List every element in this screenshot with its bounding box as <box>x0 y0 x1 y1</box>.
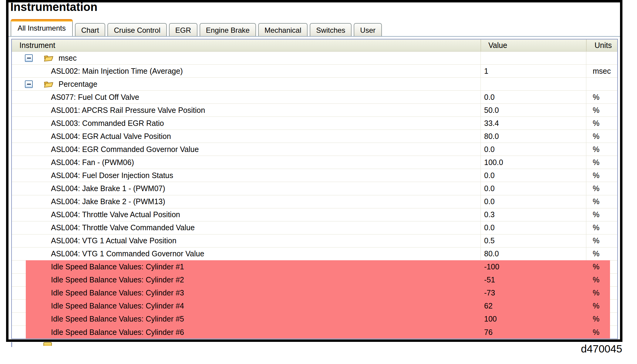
instrumentation-panel: Instrumentation All InstrumentsChartCrui… <box>6 0 622 342</box>
instrument-value: -51 <box>484 275 495 284</box>
column-header-instrument[interactable]: Instrument <box>12 39 480 51</box>
cutoff-folder-icon <box>43 342 52 346</box>
units-cell: % <box>586 143 617 156</box>
instrument-cell: Idle Speed Balance Values: Cylinder #5 <box>12 313 480 325</box>
tab-cruise-control[interactable]: Cruise Control <box>107 23 167 37</box>
instrument-row[interactable]: ASL004: Fuel Doser Injection Status0.0% <box>12 169 617 182</box>
table-header: InstrumentValueUnits <box>12 39 617 52</box>
column-header-units[interactable]: Units <box>586 39 617 51</box>
instrument-label: ASL004: Fan - (PWM06) <box>51 158 134 167</box>
units-cell: % <box>586 208 617 221</box>
table-body: msecASL002: Main Injection Time (Average… <box>12 52 617 339</box>
instrument-label: ASL004: EGR Actual Valve Position <box>51 132 171 141</box>
instrument-label: ASL004: EGR Commanded Governor Value <box>51 145 199 154</box>
tab-chart[interactable]: Chart <box>75 23 106 37</box>
instrument-row[interactable]: Idle Speed Balance Values: Cylinder #1-1… <box>12 261 617 274</box>
value-cell: 0.3 <box>480 208 586 221</box>
value-cell: 0.5 <box>480 234 586 247</box>
tab-user[interactable]: User <box>354 23 382 37</box>
instrument-label: ASL001: APCRS Rail Pressure Valve Positi… <box>51 106 205 115</box>
units-cell: % <box>586 248 617 260</box>
tab-mechanical[interactable]: Mechanical <box>258 23 308 37</box>
instrument-row[interactable]: Idle Speed Balance Values: Cylinder #510… <box>12 313 617 326</box>
units-cell: % <box>586 261 617 273</box>
tab-label: Chart <box>81 26 99 35</box>
instrument-row[interactable]: Idle Speed Balance Values: Cylinder #462… <box>12 300 617 313</box>
instrument-row[interactable]: ASL004: EGR Commanded Governor Value0.0% <box>12 143 617 156</box>
instrument-row[interactable]: ASL004: Throttle Valve Actual Position0.… <box>12 208 617 221</box>
instrument-cell: ASL004: EGR Commanded Governor Value <box>12 143 480 156</box>
units-cell: % <box>586 117 617 130</box>
tab-all-instruments[interactable]: All Instruments <box>11 19 73 37</box>
table-border-remnant <box>11 342 12 347</box>
instrument-row[interactable]: ASL003: Commanded EGR Ratio33.4% <box>12 117 617 130</box>
instrument-value: 0.0 <box>484 171 495 180</box>
collapse-minus-box-icon[interactable] <box>25 80 33 88</box>
units-cell: % <box>586 326 617 339</box>
value-cell: 62 <box>480 300 586 312</box>
instrument-units: % <box>593 93 599 102</box>
instrument-units: % <box>593 119 599 128</box>
group-label: Percentage <box>59 80 97 89</box>
instrument-value: 0.3 <box>484 210 495 219</box>
instrument-label: Idle Speed Balance Values: Cylinder #5 <box>51 315 184 323</box>
tab-egr[interactable]: EGR <box>169 23 197 37</box>
value-cell: -100 <box>480 261 586 273</box>
instrument-row[interactable]: ASL004: VTG 1 Commanded Governor Value80… <box>12 248 617 261</box>
instrument-label: ASL004: Jake Brake 2 - (PWM13) <box>51 197 165 206</box>
instrument-value: 0.5 <box>484 236 495 245</box>
instrument-value: 50.0 <box>484 106 499 115</box>
instrument-units: % <box>593 249 599 258</box>
instrument-units: % <box>593 158 599 167</box>
units-cell: msec <box>586 65 617 77</box>
value-cell: 0.0 <box>480 169 586 182</box>
instrument-units: % <box>593 275 599 284</box>
instrument-label: AS077: Fuel Cut Off Valve <box>51 93 139 102</box>
instrument-row[interactable]: Idle Speed Balance Values: Cylinder #3-7… <box>12 287 617 300</box>
instrument-cell: Idle Speed Balance Values: Cylinder #3 <box>12 287 480 299</box>
units-cell: % <box>586 313 617 325</box>
instrument-units: % <box>593 145 599 154</box>
value-cell: 1 <box>480 65 586 77</box>
instrument-units: % <box>593 184 599 193</box>
instrument-row[interactable]: ASL004: Throttle Valve Commanded Value0.… <box>12 221 617 234</box>
group-row[interactable]: Percentage <box>12 78 617 91</box>
instrument-row[interactable]: Idle Speed Balance Values: Cylinder #2-5… <box>12 274 617 287</box>
instrument-row[interactable]: ASL004: Jake Brake 2 - (PWM13)0.0% <box>12 195 617 208</box>
instrument-value: 0.0 <box>484 197 495 206</box>
instrument-label: Idle Speed Balance Values: Cylinder #4 <box>51 302 184 310</box>
instrument-label: ASL003: Commanded EGR Ratio <box>51 119 164 128</box>
instrument-row[interactable]: ASL004: VTG 1 Actual Valve Position0.5% <box>12 234 617 248</box>
folder-icon <box>43 53 54 63</box>
instrument-table: InstrumentValueUnits msecASL002: Main In… <box>11 39 618 339</box>
units-cell: % <box>586 182 617 195</box>
instrument-units: % <box>593 210 599 219</box>
tab-bar: All InstrumentsChartCruise ControlEGREng… <box>11 19 382 37</box>
value-cell: 0.0 <box>480 195 586 208</box>
column-header-value[interactable]: Value <box>480 39 586 51</box>
instrument-label: Idle Speed Balance Values: Cylinder #3 <box>51 288 184 297</box>
instrument-row[interactable]: ASL001: APCRS Rail Pressure Valve Positi… <box>12 104 617 117</box>
instrument-label: Idle Speed Balance Values: Cylinder #2 <box>51 275 184 284</box>
tab-switches[interactable]: Switches <box>310 23 352 37</box>
instrument-label: ASL004: Fuel Doser Injection Status <box>51 171 173 180</box>
instrument-value: 80.0 <box>484 132 499 141</box>
units-cell: % <box>586 169 617 182</box>
instrument-label: ASL004: VTG 1 Actual Valve Position <box>51 236 177 245</box>
instrument-row[interactable]: ASL002: Main Injection Time (Average)1ms… <box>12 65 617 78</box>
instrument-row[interactable]: ASL004: Fan - (PWM06)100.0% <box>12 156 617 169</box>
tab-label: EGR <box>175 26 191 35</box>
instrument-row[interactable]: ASL004: Jake Brake 1 - (PWM07)0.0% <box>12 182 617 195</box>
value-cell: 0.0 <box>480 143 586 156</box>
instrument-value: 0.0 <box>484 145 495 154</box>
value-cell: 0.0 <box>480 91 586 103</box>
collapse-minus-box-icon[interactable] <box>25 54 33 62</box>
page-title: Instrumentation <box>10 1 97 14</box>
tab-label: All Instruments <box>18 24 66 32</box>
instrument-row[interactable]: ASL004: EGR Actual Valve Position80.0% <box>12 130 617 143</box>
group-row[interactable]: msec <box>12 52 617 65</box>
instrument-row[interactable]: Idle Speed Balance Values: Cylinder #676… <box>12 326 617 339</box>
instrument-row[interactable]: AS077: Fuel Cut Off Valve0.0% <box>12 91 617 104</box>
tab-engine-brake[interactable]: Engine Brake <box>200 23 256 37</box>
units-cell: % <box>586 221 617 234</box>
